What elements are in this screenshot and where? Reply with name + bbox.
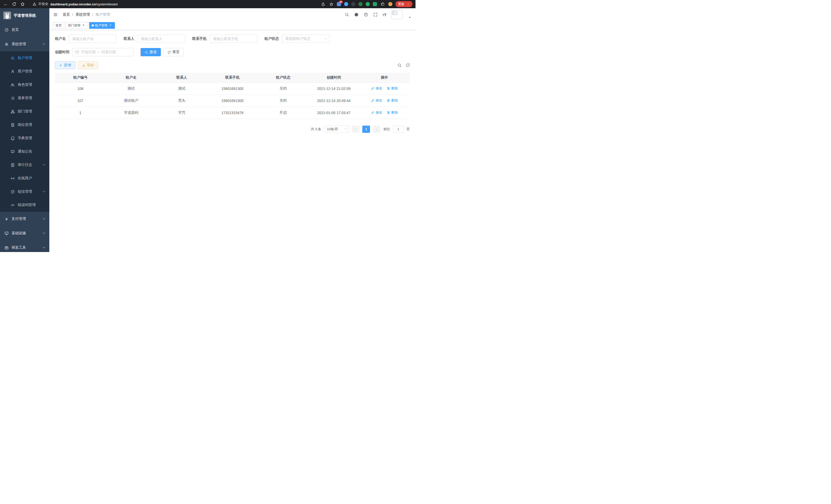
close-icon[interactable]: × [109,24,112,27]
sidebar-item-tenant[interactable]: 租户管理 [0,51,49,65]
dashboard-icon [5,28,8,32]
menu-label: 通知公告 [18,149,32,154]
delete-link[interactable]: 删除 [387,110,398,115]
sidebar-toggle-button[interactable] [53,12,59,17]
edit-link[interactable]: 修改 [371,86,382,91]
sidebar-item-dev-tools[interactable]: 研发工具 [0,240,49,252]
book-icon [11,137,15,140]
chevron-down-icon [325,37,327,39]
reset-button[interactable]: 重置 [164,48,184,56]
fullscreen-icon[interactable] [373,12,378,17]
browser-profile-avatar[interactable] [388,2,392,6]
page-number-1[interactable]: 1 [362,126,370,133]
phone-input[interactable] [210,35,257,43]
sidebar-item-sms[interactable]: 短信管理 [0,185,49,198]
navbar-actions: TT [345,10,411,19]
add-button[interactable]: 新增 [55,61,75,69]
menu-label: 首页 [11,28,19,32]
address-bar[interactable]: 不安全 dashboard.yudao.iocoder.cn/system/te… [29,2,317,6]
extension-icon-4[interactable] [359,2,363,6]
create-time-range-picker[interactable]: 开始日期 - 结束日期 [73,48,134,56]
sidebar-item-online-user[interactable]: 在线用户 [0,172,49,185]
extension-icon-3[interactable] [351,2,355,6]
menu-label: 角色管理 [18,83,32,87]
sidebar-item-error-code[interactable]: 错误码管理 [0,198,49,212]
tab-home[interactable]: 首页 [53,22,64,29]
chrome-update-button[interactable]: 更新 ⋮ [396,1,412,7]
sidebar-item-system[interactable]: 系统管理 [0,37,49,51]
tenant-name-input[interactable] [69,35,117,43]
export-button[interactable]: 导出 [78,61,98,69]
tab-label: 首页 [56,23,62,28]
cell-id: 1 [55,107,106,119]
delete-link[interactable]: 删除 [387,98,398,103]
tenant-table: 租户编号 租户名 联系人 联系手机 租户状态 创建时间 操作 108 测试 测试 [55,73,410,119]
delete-link[interactable]: 删除 [387,86,398,91]
sidebar-item-dept[interactable]: 部门管理 [0,105,49,118]
share-icon[interactable] [320,2,325,7]
extension-icon-6[interactable] [373,2,377,6]
sidebar-item-post[interactable]: 岗位管理 [0,118,49,131]
browser-home-icon[interactable] [20,2,25,7]
sidebar-item-infra[interactable]: 基础设施 [0,226,49,240]
search-button[interactable]: 搜索 [141,48,161,56]
table-row: 1 芋道源码 芋艿 17321315478 开启 2021-01-05 17:0… [55,107,410,119]
menu-label: 用户管理 [18,69,32,74]
sidebar-item-pay[interactable]: ¥ 支付管理 [0,212,49,226]
menu-label: 基础设施 [11,231,26,236]
github-icon[interactable] [354,12,359,17]
font-size-icon[interactable]: TT [382,13,386,17]
goto-page-input[interactable] [393,126,404,133]
prev-page-button[interactable]: ‹ [352,126,360,133]
edit-link[interactable]: 修改 [371,110,382,115]
next-page-button[interactable]: › [373,126,380,133]
table-refresh-icon[interactable] [406,63,410,67]
sidebar-item-home[interactable]: 首页 [0,23,49,37]
users-icon [11,56,15,60]
menu-label: 字典管理 [18,136,32,141]
cell-status: 开启 [258,107,308,119]
bookmark-star-icon[interactable] [328,2,334,7]
chevron-down-icon [42,189,45,192]
cell-contact: 测试 [156,83,207,94]
sidebar-item-menu[interactable]: 菜单管理 [0,91,49,105]
browser-reload-icon[interactable] [11,2,17,7]
refresh-icon [168,51,171,54]
sidebar-item-notice[interactable]: 通知公告 [0,145,49,158]
tab-dept[interactable]: 部门管理 × [65,22,88,29]
extension-icon-5[interactable] [366,2,370,6]
browser-chrome: ← 不安全 dashboard.yudao.iocoder.cn/system/… [0,0,416,8]
extension-icon-2[interactable] [344,2,348,6]
breadcrumb-system[interactable]: 系统管理 [76,12,90,17]
browser-back-icon[interactable]: ← [3,2,8,7]
avatar-caret-down-icon[interactable] [408,16,411,19]
breadcrumb-home[interactable]: 首页 [63,12,70,17]
cell-status: 关闭 [258,83,308,94]
sidebar-item-dict[interactable]: 字典管理 [0,131,49,145]
tab-tenant[interactable]: 租户管理 × [89,22,115,29]
contact-input[interactable] [138,35,185,43]
user-avatar[interactable] [391,10,403,19]
status-select[interactable]: 请选择租户状态 [282,35,330,43]
close-icon[interactable]: × [82,24,85,27]
extension-icon-1[interactable]: 10 [337,2,341,6]
hide-search-icon[interactable] [398,63,402,67]
help-icon[interactable] [364,12,368,17]
phone-label: 联系手机 [192,36,207,41]
sidebar-item-role[interactable]: 角色管理 [0,78,49,91]
sidebar-item-audit-log[interactable]: 审计日志 [0,158,49,172]
browser-menu-icon[interactable]: ⋮ [406,2,410,6]
col-actions: 操作 [359,73,410,83]
edit-link[interactable]: 修改 [371,98,382,103]
header-search-icon[interactable] [345,12,349,17]
pencil-icon [371,111,374,114]
menu-label: 支付管理 [11,216,26,221]
goto-label: 前往 [383,127,390,131]
page-size-select[interactable]: 10条/页 [324,126,349,133]
cell-name: 芋道源码 [106,107,156,119]
org-tree-icon [11,110,15,114]
menu-label: 错误码管理 [18,203,36,207]
gear-icon [5,42,8,46]
extensions-puzzle-icon[interactable] [380,2,385,7]
sidebar-item-user[interactable]: 用户管理 [0,65,49,78]
